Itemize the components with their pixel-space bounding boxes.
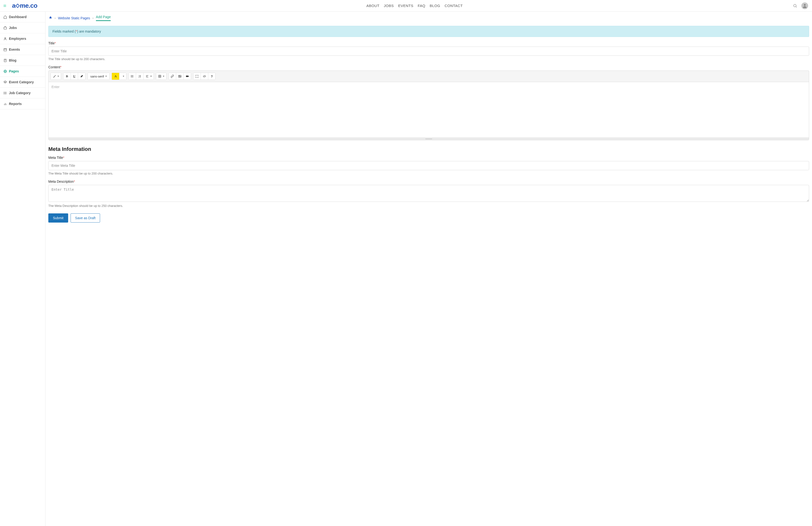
svg-marker-19 — [4, 81, 6, 82]
meta-desc-group: Meta Description* The Meta Description s… — [48, 180, 809, 208]
editor-unordered-list-button[interactable] — [129, 73, 136, 80]
meta-title-input[interactable] — [48, 161, 809, 170]
svg-point-48 — [179, 76, 179, 76]
title-label-text: Title — [48, 41, 55, 45]
editor-font-color-caret[interactable] — [119, 73, 126, 80]
chevron-right-icon: › — [92, 16, 93, 20]
editor-codeview-button[interactable] — [201, 73, 208, 80]
main-content: › Website Static Pages › Add Page Fields… — [45, 12, 812, 526]
layers-icon — [3, 80, 7, 84]
alert-text-after: ) are mandatory — [77, 29, 101, 33]
user-avatar[interactable] — [801, 2, 808, 9]
table-icon — [158, 75, 161, 78]
briefcase-icon — [3, 26, 7, 30]
user-icon — [802, 3, 808, 9]
sidebar-item-label: Jobs — [9, 26, 17, 30]
sidebar-item-label: Pages — [9, 69, 19, 73]
required-star: * — [55, 41, 56, 45]
svg-point-31 — [131, 77, 131, 77]
top-nav: ABOUT JOBS EVENTS FAQ BLOG CONTACT — [38, 4, 792, 8]
editor-font-color-button[interactable]: A — [112, 73, 119, 80]
svg-rect-9 — [4, 48, 6, 51]
sidebar-item-event-category[interactable]: Event Category — [0, 77, 45, 88]
action-buttons: Submit Save as Draft — [48, 213, 809, 223]
editor-help-button[interactable]: ? — [208, 73, 215, 80]
editor-paragraph-button[interactable] — [143, 73, 154, 80]
required-star: * — [74, 180, 75, 183]
nav-faq[interactable]: FAQ — [418, 4, 425, 8]
breadcrumb-current: Add Page — [96, 15, 111, 21]
editor-video-button[interactable] — [184, 73, 191, 80]
title-group: Title* The Title should be up to 200 cha… — [48, 41, 809, 61]
sidebar-item-events[interactable]: Events — [0, 44, 45, 55]
editor-resize-handle[interactable] — [48, 138, 809, 140]
fullscreen-icon — [195, 75, 199, 78]
sidebar-item-job-category[interactable]: Job Category — [0, 88, 45, 99]
svg-point-6 — [804, 4, 806, 5]
user-icon — [3, 37, 7, 41]
breadcrumb-home[interactable] — [49, 16, 52, 20]
required-star: * — [63, 156, 64, 160]
nav-about[interactable]: ABOUT — [366, 4, 379, 8]
sidebar-item-employers[interactable]: Employers — [0, 33, 45, 44]
editor-body[interactable]: Enter — [48, 82, 809, 138]
link-icon — [171, 75, 174, 78]
svg-rect-3 — [16, 4, 19, 7]
svg-rect-49 — [186, 76, 188, 77]
editor-style-button[interactable] — [51, 73, 61, 80]
nav-blog[interactable]: BLOG — [430, 4, 440, 8]
title-help: The Title should be up to 200 characters… — [48, 57, 809, 61]
sidebar-item-label: Dashboard — [9, 15, 27, 19]
sidebar-item-jobs[interactable]: Jobs — [0, 22, 45, 33]
editor-font-select[interactable]: sans-serif — [88, 73, 110, 80]
sidebar-item-blog[interactable]: Blog — [0, 55, 45, 66]
editor-image-button[interactable] — [176, 73, 184, 80]
editor-ordered-list-button[interactable]: 123 — [136, 73, 143, 80]
content-label-text: Content — [48, 65, 60, 69]
image-icon — [178, 75, 182, 78]
magic-icon — [53, 75, 56, 78]
nav-jobs[interactable]: JOBS — [384, 4, 394, 8]
hamburger-icon — [3, 4, 6, 7]
submit-button[interactable]: Submit — [48, 213, 68, 223]
editor-link-button[interactable] — [169, 73, 176, 80]
underline-icon: U — [73, 74, 75, 78]
sidebar-item-pages[interactable]: Pages — [0, 66, 45, 77]
meta-desc-input[interactable] — [48, 185, 809, 202]
logo-text-right: me.co — [20, 2, 38, 10]
font-color-icon: A — [114, 74, 116, 78]
editor-fullscreen-button[interactable] — [193, 73, 201, 80]
editor-clear-format-button[interactable] — [78, 73, 85, 80]
sidebar-item-reports[interactable]: Reports — [0, 99, 45, 109]
bold-icon: B — [66, 74, 68, 78]
svg-point-24 — [4, 93, 4, 93]
save-draft-button[interactable]: Save as Draft — [71, 213, 100, 223]
calendar-icon — [3, 48, 7, 51]
editor-bold-button[interactable]: B — [63, 73, 71, 80]
meta-section-heading: Meta Information — [48, 146, 809, 152]
logo-diamond-icon — [15, 3, 20, 8]
logo[interactable]: a me.co — [10, 2, 38, 10]
help-icon: ? — [211, 75, 213, 78]
nav-contact[interactable]: CONTACT — [445, 4, 463, 8]
book-icon — [3, 59, 7, 62]
svg-text:3: 3 — [138, 77, 139, 78]
sidebar-item-label: Event Category — [9, 80, 34, 84]
editor-underline-button[interactable]: U — [71, 73, 78, 80]
svg-line-5 — [796, 6, 797, 7]
globe-icon — [3, 70, 7, 73]
editor-table-button[interactable] — [156, 73, 166, 80]
grip-icon — [425, 138, 432, 139]
svg-point-29 — [131, 75, 131, 76]
logo-text-left: a — [12, 2, 15, 10]
search-button[interactable] — [792, 2, 798, 9]
alert-text-before: Fields marked ( — [53, 29, 76, 33]
nav-events[interactable]: EVENTS — [398, 4, 413, 8]
editor-toolbar: B U sans-serif A — [48, 71, 809, 82]
breadcrumb-link-static-pages[interactable]: Website Static Pages — [58, 16, 90, 20]
menu-toggle-button[interactable] — [0, 0, 10, 12]
title-input[interactable] — [48, 47, 809, 56]
sidebar-item-dashboard[interactable]: Dashboard — [0, 12, 45, 22]
sidebar: Dashboard Jobs Employers Events Blog Pag… — [0, 12, 45, 526]
home-icon — [49, 16, 52, 19]
